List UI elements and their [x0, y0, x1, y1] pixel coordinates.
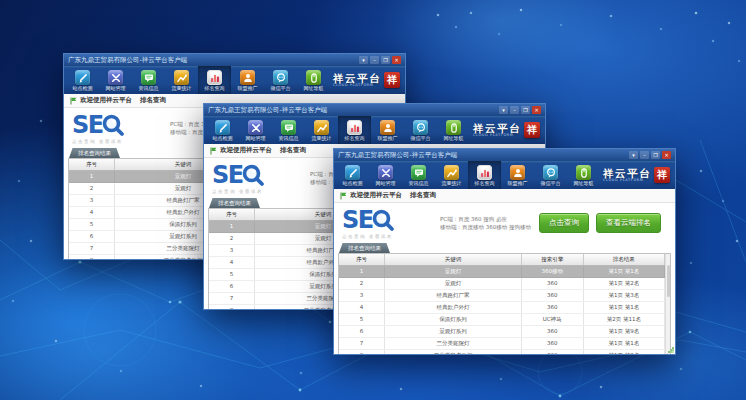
toolbar-item-label: 流量统计 [172, 86, 192, 91]
toolbar-item-site-check[interactable]: 站点检测 [66, 66, 99, 94]
maximize-button[interactable]: ❐ [521, 106, 530, 114]
table-cell: 1 [69, 171, 115, 183]
skin-button[interactable]: ▾ [629, 151, 638, 159]
table-row[interactable]: 3经典路灯厂家360第1页 第3名 [339, 290, 665, 302]
close-button[interactable]: ✕ [392, 56, 401, 64]
toolbar-item-alliance-promo[interactable]: 联盟推广 [501, 161, 534, 189]
brand-logo: 祥云平台 CLOUD PLATFORM 祥 [331, 66, 403, 94]
maximize-button[interactable]: ❐ [381, 56, 390, 64]
toolbar-item-label: 联盟推广 [378, 136, 398, 141]
window-titlebar[interactable]: 广东九鼎王贸易有限公司-祥云平台客户端 ▾ – ❐ ✕ [334, 149, 675, 161]
traffic-stats-icon [444, 165, 459, 180]
toolbar-item-site-manage[interactable]: 网站管理 [99, 66, 132, 94]
toolbar-item-label: 流量统计 [312, 136, 332, 141]
table-scrollbar[interactable] [665, 254, 670, 355]
table-cell: 8 [339, 350, 385, 356]
table-cell: 8 [209, 305, 255, 311]
table-cell: 7 [209, 293, 255, 305]
traffic-stats-icon [314, 120, 329, 135]
table-cell: 4 [69, 207, 115, 219]
toolbar-item-label: 网址导航 [444, 136, 464, 141]
close-button[interactable]: ✕ [662, 151, 671, 159]
table-cell: 360 [521, 350, 583, 356]
toolbar-item-message[interactable]: 资讯信息 [402, 161, 435, 189]
toolbar-item-traffic-stats[interactable]: 流量统计 [165, 66, 198, 94]
close-button[interactable]: ✕ [532, 106, 541, 114]
toolbar-item-traffic-stats[interactable]: 流量统计 [305, 116, 338, 144]
resize-grip[interactable] [667, 346, 674, 353]
toolbar-item-wechat[interactable]: 微信平台 [404, 116, 437, 144]
tab-ranking-results[interactable]: 排名查询结果 [339, 243, 390, 253]
main-toolbar: 站点检测网站管理资讯信息流量统计排名查询联盟推广微信平台网址导航 祥云平台 CL… [64, 66, 405, 94]
tab-ranking-results[interactable]: 排名查询结果 [69, 148, 120, 158]
toolbar-item-ranking-query[interactable]: 排名查询 [198, 66, 231, 94]
table-cell: 经典路灯厂家 [385, 290, 522, 302]
main-toolbar: 站点检测网站管理资讯信息流量统计排名查询联盟推广微信平台网址导航 祥云平台 CL… [334, 161, 675, 189]
toolbar-item-wechat[interactable]: 微信平台 [264, 66, 297, 94]
table-row[interactable]: 2景观灯360第1页 第2名 [339, 278, 665, 290]
minimize-button[interactable]: – [510, 106, 519, 114]
table-row[interactable]: 8三分类庭户外灯360第1页 第2名 [339, 350, 665, 356]
query-button[interactable]: 点击查询 [539, 213, 589, 233]
toolbar-item-label: 微信平台 [271, 86, 291, 91]
toolbar-item-mouse[interactable]: 网址导航 [437, 116, 470, 144]
toolbar-item-label: 站点检测 [213, 136, 233, 141]
seo-logo-text: SE [72, 114, 103, 136]
toolbar-item-label: 网站管理 [246, 136, 266, 141]
skin-button[interactable]: ▾ [359, 56, 368, 64]
minimize-button[interactable]: – [640, 151, 649, 159]
site-manage-icon [248, 120, 263, 135]
table-cell: 3 [339, 290, 385, 302]
toolbar-item-site-manage[interactable]: 网站管理 [239, 116, 272, 144]
table-row[interactable]: 7三分类庭院灯360第1页 第1名 [339, 338, 665, 350]
toolbar-item-alliance-promo[interactable]: 联盟推广 [371, 116, 404, 144]
welcome-text: 欢迎使用祥云平台 [220, 146, 272, 155]
alliance-promo-icon [240, 70, 255, 85]
maximize-button[interactable]: ❐ [651, 151, 660, 159]
brand-name: 祥云平台 [333, 73, 381, 83]
welcome-section-label: 排名查询 [280, 146, 306, 155]
window-titlebar[interactable]: 广东九鼎王贸易有限公司-祥云平台客户端 ▾ – ❐ ✕ [64, 54, 405, 66]
table-cell: 1 [339, 266, 385, 278]
table-cell: 2 [69, 183, 115, 195]
welcome-text: 欢迎使用祥云平台 [80, 96, 132, 105]
view-cloud-ranking-button[interactable]: 查看云端排名 [596, 213, 661, 233]
minimize-button[interactable]: – [370, 56, 379, 64]
column-header: 排名结果 [583, 254, 664, 266]
toolbar-item-site-manage[interactable]: 网站管理 [369, 161, 402, 189]
toolbar-item-message[interactable]: 资讯信息 [272, 116, 305, 144]
skin-button[interactable]: ▾ [499, 106, 508, 114]
scrollbar-thumb[interactable] [667, 265, 671, 297]
table-cell: 360 [521, 302, 583, 314]
flag-icon [340, 192, 347, 200]
tab-ranking-results[interactable]: 排名查询结果 [209, 198, 260, 208]
table-cell: 第1页 第2名 [583, 278, 664, 290]
traffic-stats-icon [174, 70, 189, 85]
toolbar-item-wechat[interactable]: 微信平台 [534, 161, 567, 189]
toolbar-item-site-check[interactable]: 站点检测 [336, 161, 369, 189]
toolbar-item-mouse[interactable]: 网址导航 [567, 161, 600, 189]
table-row[interactable]: 6景观灯系列360第1页 第9名 [339, 326, 665, 338]
brand-seal-icon: 祥 [524, 122, 540, 138]
toolbar-item-traffic-stats[interactable]: 流量统计 [435, 161, 468, 189]
toolbar-item-alliance-promo[interactable]: 联盟推广 [231, 66, 264, 94]
toolbar-item-mouse[interactable]: 网址导航 [297, 66, 330, 94]
site-manage-icon [108, 70, 123, 85]
table-cell: 第2页 第11名 [583, 314, 664, 326]
table-row[interactable]: 1景观灯360移动第1页 第1名 [339, 266, 665, 278]
toolbar-item-ranking-query[interactable]: 排名查询 [468, 161, 501, 189]
window-title: 广东九鼎王贸易有限公司-祥云平台客户端 [208, 104, 499, 116]
toolbar-item-site-check[interactable]: 站点检测 [206, 116, 239, 144]
site-manage-icon [378, 165, 393, 180]
toolbar-item-message[interactable]: 资讯信息 [132, 66, 165, 94]
toolbar-item-ranking-query[interactable]: 排名查询 [338, 116, 371, 144]
table-cell: 2 [209, 233, 255, 245]
main-toolbar: 站点检测网站管理资讯信息流量统计排名查询联盟推广微信平台网址导航 祥云平台 CL… [204, 116, 545, 144]
table-row[interactable]: 4经典款户外灯360第1页 第1名 [339, 302, 665, 314]
site-check-icon [75, 70, 90, 85]
magnifier-icon [101, 113, 126, 138]
table-cell: 景观灯 [385, 278, 522, 290]
window-titlebar[interactable]: 广东九鼎王贸易有限公司-祥云平台客户端 ▾ – ❐ ✕ [204, 104, 545, 116]
table-row[interactable]: 5保温灯系列UC神马第2页 第11名 [339, 314, 665, 326]
magnifier-icon [241, 163, 266, 188]
